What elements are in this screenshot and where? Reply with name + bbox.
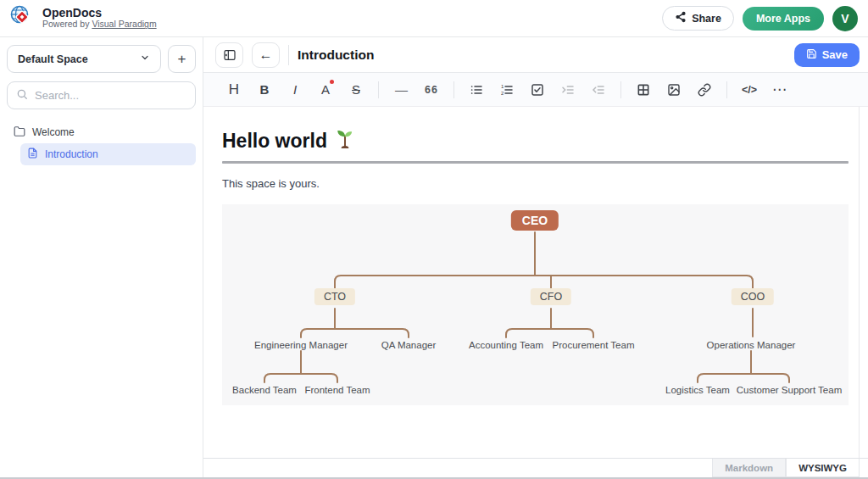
link-icon[interactable] [691,78,718,102]
seedling-emoji-icon [336,129,354,153]
editor-mode-bar: Markdown WYSIWYG [203,458,868,477]
toolbar-separator [453,81,454,98]
app-header: OpenDocs Powered by Visual Paradigm Shar… [0,0,868,37]
italic-icon[interactable]: I [281,78,309,102]
strikethrough-icon[interactable]: S [342,78,370,102]
search-input[interactable] [35,89,186,102]
back-button[interactable]: ← [252,42,280,68]
document-topbar: ← Introduction Save [203,37,868,73]
org-node-engineering-manager[interactable]: Engineering Manager [254,340,348,350]
editor-scrollbar[interactable] [859,107,868,458]
tab-wysiwyg[interactable]: WYSIWYG [786,459,860,477]
code-block-icon[interactable]: </> [736,78,763,102]
org-node-customer-support-team[interactable]: Customer Support Team [737,385,842,395]
blockquote-icon[interactable]: 66 [418,78,445,102]
image-icon[interactable] [660,78,687,102]
tree-item-introduction[interactable]: Introduction [20,143,196,165]
header-actions: Share More Apps V [662,6,858,31]
powered-by-prefix: Powered by [42,19,92,29]
opendocs-logo-icon [8,3,36,34]
visual-paradigm-link[interactable]: Visual Paradigm [92,19,156,29]
page-tree: Welcome Introduction [7,121,196,165]
org-node-ceo[interactable]: CEO [511,210,559,231]
heading-divider [222,161,849,164]
share-button[interactable]: Share [662,6,734,31]
toggle-sidebar-button[interactable] [215,42,243,68]
document-paragraph: This space is yours. [222,177,868,190]
sidebar: Default Space + Welcome [0,37,203,477]
search-box[interactable] [7,81,196,109]
editor-content[interactable]: Hello world This space is yours. [203,107,868,458]
app-window: OpenDocs Powered by Visual Paradigm Shar… [0,0,868,479]
space-selector[interactable]: Default Space [7,45,161,73]
toolbar-separator [726,81,727,98]
text-color-icon[interactable]: A [312,78,339,102]
org-node-accounting-team[interactable]: Accounting Team [469,340,543,350]
page-title: Introduction [298,47,374,63]
org-node-cfo[interactable]: CFO [531,288,571,305]
main-area: ← Introduction Save H B I A S — 6 [203,37,868,477]
org-node-backend-team[interactable]: Backend Team [232,385,297,395]
tree-item-label: Introduction [45,148,98,160]
org-node-operations-manager[interactable]: Operations Manager [707,340,796,350]
editor-toolbar: H B I A S — 66 12 [203,73,868,107]
org-node-qa-manager[interactable]: QA Manager [381,340,437,350]
indent-icon[interactable] [554,78,581,102]
org-node-procurement-team[interactable]: Procurement Team [553,340,635,350]
more-options-icon[interactable]: ⋯ [766,78,793,102]
user-avatar[interactable]: V [832,6,858,31]
org-node-frontend-team[interactable]: Frontend Team [304,385,370,395]
svg-text:1: 1 [501,84,504,89]
topbar-divider [288,45,289,65]
table-icon[interactable] [630,78,657,102]
toolbar-separator [378,81,379,98]
numbered-list-icon[interactable]: 12 [493,78,520,102]
tree-item-label: Welcome [32,126,75,138]
space-selector-value: Default Space [18,53,88,65]
tree-item-welcome[interactable]: Welcome [7,121,196,143]
save-label: Save [822,48,848,61]
heading-icon[interactable]: H [220,78,248,102]
tab-markdown[interactable]: Markdown [712,459,786,477]
svg-text:2: 2 [501,91,504,96]
bullet-list-icon[interactable] [463,78,490,102]
more-apps-button[interactable]: More Apps [743,7,824,31]
org-node-coo[interactable]: COO [732,288,774,305]
org-node-cto[interactable]: CTO [314,288,355,305]
brand: OpenDocs Powered by Visual Paradigm [8,3,157,34]
save-button[interactable]: Save [794,43,860,67]
org-chart[interactable]: CEO CTO CFO COO Engineering Manager QA M… [222,204,849,405]
horizontal-rule-icon[interactable]: — [387,78,415,102]
back-arrow-icon: ← [259,47,273,63]
org-node-logistics-team[interactable]: Logistics Team [665,385,730,395]
add-space-button[interactable]: + [168,45,196,73]
chevron-down-icon [140,53,150,65]
share-icon [675,11,687,25]
powered-by: Powered by Visual Paradigm [42,19,157,30]
save-icon [806,48,817,62]
share-label: Share [692,13,721,25]
document-heading: Hello world [222,130,327,153]
document-icon [27,148,38,161]
app-name: OpenDocs [42,7,157,19]
outdent-icon[interactable] [585,78,612,102]
task-list-icon[interactable] [524,78,551,102]
toolbar-separator [620,81,621,98]
folder-icon [14,125,25,140]
search-icon [16,88,28,103]
bold-icon[interactable]: B [251,78,278,102]
brand-text: OpenDocs Powered by Visual Paradigm [42,7,157,30]
